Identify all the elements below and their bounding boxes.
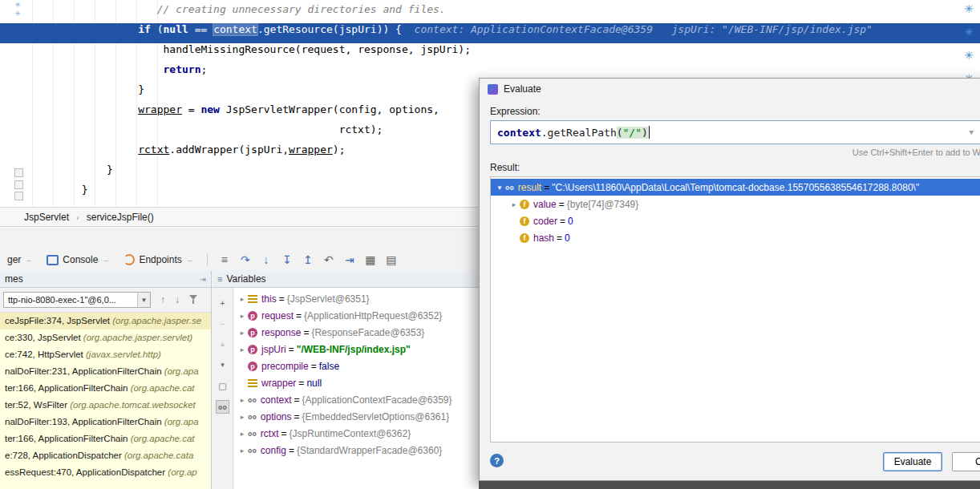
- expander-icon[interactable]: ▸: [237, 329, 248, 337]
- frame-package: (org.apache.cata: [124, 451, 193, 460]
- move-down-icon[interactable]: ▼: [216, 358, 229, 372]
- thread-label: ttp-nio-8080-exec-1"@6,0...: [8, 295, 116, 305]
- expander-icon[interactable]: ▸: [508, 200, 520, 208]
- spring-gear-icon[interactable]: ✳: [962, 26, 975, 38]
- layout-settings-icon[interactable]: ▤: [381, 249, 402, 271]
- variable-row[interactable]: wrapper=null: [233, 374, 479, 391]
- settings-menu-icon[interactable]: ≡: [214, 249, 235, 271]
- move-up-icon[interactable]: ▲: [216, 337, 229, 351]
- result-child-row[interactable]: fcoder=0: [491, 212, 980, 229]
- result-child-row[interactable]: ▸fvalue={byte[74]@7349}: [491, 196, 980, 212]
- equals-sign: =: [294, 394, 300, 406]
- thread-selector[interactable]: ttp-nio-8080-exec-1"@6,0... ▼: [3, 292, 151, 308]
- expander-icon[interactable]: ▸: [237, 295, 248, 303]
- code-token: }: [82, 184, 88, 196]
- tab-endpoints[interactable]: Endpoints →: [116, 249, 200, 271]
- code-token: ;: [200, 63, 207, 75]
- drop-frame-icon[interactable]: ↶: [318, 249, 339, 271]
- expression-history-chevron-icon[interactable]: ▼: [970, 128, 974, 136]
- expander-icon[interactable]: ▸: [237, 346, 248, 354]
- stack-frame[interactable]: ce:330, JspServlet (org.apache.jasper.se…: [0, 329, 211, 346]
- variable-name: jspUri: [261, 344, 286, 355]
- variable-row[interactable]: ▸presponse={ResponseFacade@6353}: [233, 324, 479, 341]
- stack-frame[interactable]: nalDoFilter:231, ApplicationFilterChain …: [0, 363, 211, 380]
- step-into-icon[interactable]: ↓: [256, 249, 277, 271]
- add-watch-icon[interactable]: +: [216, 296, 229, 309]
- run-to-cursor-icon[interactable]: ⇥: [339, 249, 360, 271]
- tab-debugger[interactable]: ger →: [0, 249, 39, 271]
- next-frame-icon[interactable]: ↓: [175, 294, 180, 305]
- variable-row[interactable]: ▸oocontext={ApplicationContextFacade@635…: [233, 391, 479, 408]
- frame-package: (org.apa: [164, 366, 199, 376]
- variable-row[interactable]: ▸oorctxt={JspRuntimeContext@6362}: [233, 425, 479, 442]
- parameter-icon: p: [248, 345, 257, 354]
- expression-input[interactable]: context.getRealPath("/") ▼: [490, 120, 980, 144]
- variable-row[interactable]: pprecompile=false: [233, 358, 479, 374]
- breadcrumb-separator-icon: ›: [76, 212, 79, 222]
- spring-gear-icon[interactable]: ✳: [962, 49, 975, 62]
- code-line[interactable]: // creating unnecessary directories and …: [0, 3, 980, 23]
- evaluate-button[interactable]: Evaluate: [883, 452, 942, 471]
- window-edge-strip: [479, 481, 980, 489]
- gutter-gear-icon[interactable]: ✳: [13, 10, 22, 18]
- stack-frame[interactable]: ter:166, ApplicationFilterChain (org.apa…: [0, 380, 211, 397]
- breadcrumb-method[interactable]: serviceJspFile(): [87, 212, 154, 223]
- variable-value: {JspServlet@6351}: [287, 293, 370, 305]
- variable-row[interactable]: ▸ooconfig={StandardWrapperFacade@6360}: [233, 442, 479, 459]
- expander-icon[interactable]: ▸: [237, 430, 248, 438]
- step-out-icon[interactable]: ↥: [298, 249, 318, 271]
- fold-marker-icon[interactable]: [14, 180, 23, 189]
- stack-frame[interactable]: ter:52, WsFilter (org.apache.tomcat.webs…: [0, 397, 211, 414]
- step-over-icon[interactable]: ↷: [235, 249, 256, 271]
- tab-console[interactable]: Console →: [39, 249, 116, 271]
- variable-row[interactable]: ▸this={JspServlet@6351}: [233, 290, 479, 307]
- remove-watch-icon[interactable]: −: [216, 317, 229, 330]
- result-row[interactable]: ▾ooresult="C:\Users\11860\AppData\Local\…: [491, 179, 980, 196]
- close-button[interactable]: Clo: [952, 452, 980, 471]
- spring-gear-icon[interactable]: ✳: [962, 2, 975, 15]
- glasses-icon: oo: [248, 430, 257, 438]
- evaluate-dialog-titlebar[interactable]: Evaluate: [480, 79, 980, 99]
- variable-row[interactable]: ▸prequest={ApplicationHttpRequest@6352}: [233, 307, 479, 324]
- evaluate-watch-icon[interactable]: oo: [216, 400, 229, 414]
- stack-frame[interactable]: nalDoFilter:193, ApplicationFilterChain …: [0, 414, 211, 430]
- variable-value: {ApplicationHttpRequest@6352}: [304, 310, 442, 321]
- previous-frame-icon[interactable]: ↑: [160, 294, 165, 305]
- force-step-into-icon[interactable]: ↧: [277, 249, 298, 271]
- expander-icon[interactable]: ▸: [237, 312, 248, 320]
- gutter-gear-icon[interactable]: ✳: [13, 1, 22, 10]
- result-child-row[interactable]: fhash=0: [491, 229, 980, 246]
- stack-frame[interactable]: essRequest:470, ApplicationDispatcher (o…: [0, 464, 211, 481]
- expander-icon[interactable]: ▸: [237, 413, 248, 421]
- pin-icon[interactable]: ⇥: [200, 275, 206, 284]
- help-button[interactable]: ?: [490, 454, 504, 467]
- stack-frame[interactable]: e:728, ApplicationDispatcher (org.apache…: [0, 447, 211, 464]
- expander-icon[interactable]: ▸: [237, 447, 248, 455]
- duplicate-icon[interactable]: ▢: [216, 379, 229, 393]
- breadcrumb-class[interactable]: JspServlet: [24, 212, 69, 223]
- filter-frames-icon[interactable]: [189, 295, 199, 305]
- equals-sign: =: [560, 216, 565, 227]
- fold-marker-icon[interactable]: [14, 168, 23, 177]
- variable-row[interactable]: ▸oooptions={EmbeddedServletOptions@6361}: [233, 408, 479, 425]
- code-token: new: [200, 103, 219, 115]
- stack-frame[interactable]: [0, 481, 211, 489]
- stack-frame[interactable]: ceJspFile:374, JspServlet (org.apache.ja…: [0, 313, 211, 329]
- variable-row[interactable]: ▸pjspUri="/WEB-INF/jsp/index.jsp": [233, 341, 479, 358]
- frame-package: (org.apache.jasper.se: [112, 316, 201, 325]
- execution-line[interactable]: if (null == context.getResource(jspUri))…: [0, 23, 980, 43]
- expander-icon[interactable]: ▾: [494, 184, 505, 192]
- expander-icon[interactable]: ▸: [237, 396, 248, 404]
- code-line[interactable]: handleMissingResource(request, response,…: [0, 43, 980, 63]
- view-as-table-icon[interactable]: ▦: [360, 249, 381, 271]
- variable-value: {EmbeddedServletOptions@6361}: [302, 411, 450, 422]
- stack-frame[interactable]: ce:742, HttpServlet (javax.servlet.http): [0, 346, 211, 363]
- result-tree: ▾ooresult="C:\Users\11860\AppData\Local\…: [490, 176, 980, 443]
- menu-icon[interactable]: ≡: [217, 274, 222, 284]
- stack-frame[interactable]: ter:166, ApplicationFilterChain (org.apa…: [0, 430, 211, 447]
- frame-location: ter:166, ApplicationFilterChain: [5, 383, 131, 393]
- equals-sign: =: [311, 361, 317, 372]
- console-icon: [47, 255, 59, 265]
- equals-sign: =: [294, 411, 300, 422]
- fold-marker-icon[interactable]: [14, 192, 23, 200]
